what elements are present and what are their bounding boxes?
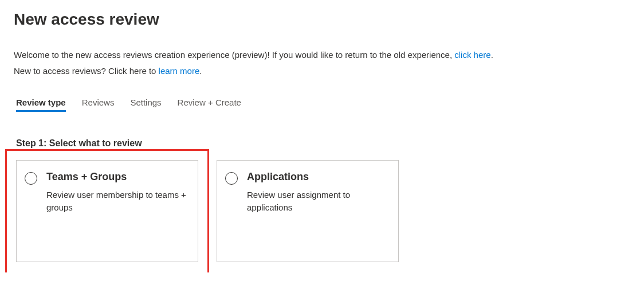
option-applications[interactable]: Applications Review user assignment to a…: [217, 160, 399, 262]
intro-line2-suffix: .: [199, 66, 202, 76]
learn-more-link[interactable]: learn more: [159, 66, 200, 76]
tab-review-create[interactable]: Review + Create: [178, 98, 241, 111]
page-title: New access review: [14, 10, 630, 29]
intro-line1-suffix: .: [491, 50, 493, 60]
intro-line2-prefix: New to access reviews? Click here to: [14, 66, 159, 76]
option-desc: Review user assignment to applications: [247, 189, 388, 214]
tab-settings[interactable]: Settings: [130, 98, 161, 111]
option-teams-groups[interactable]: Teams + Groups Review user membership to…: [16, 160, 198, 262]
option-title: Applications: [247, 171, 388, 183]
tab-review-type[interactable]: Review type: [16, 98, 66, 111]
tabs-bar: Review type Reviews Settings Review + Cr…: [14, 98, 630, 111]
option-title: Teams + Groups: [46, 171, 187, 183]
radio-icon: [25, 172, 37, 185]
old-experience-link[interactable]: click here: [454, 50, 490, 60]
step-heading: Step 1: Select what to review: [14, 138, 630, 149]
option-body: Applications Review user assignment to a…: [247, 171, 388, 214]
intro-text: Welcome to the new access reviews creati…: [14, 47, 630, 79]
radio-icon: [225, 172, 238, 185]
intro-line1-prefix: Welcome to the new access reviews creati…: [14, 50, 454, 60]
tab-reviews[interactable]: Reviews: [82, 98, 115, 111]
review-options: Teams + Groups Review user membership to…: [14, 160, 630, 262]
option-desc: Review user membership to teams + groups: [46, 189, 187, 214]
highlight-box: Teams + Groups Review user membership to…: [5, 149, 209, 272]
option-body: Teams + Groups Review user membership to…: [46, 171, 187, 214]
